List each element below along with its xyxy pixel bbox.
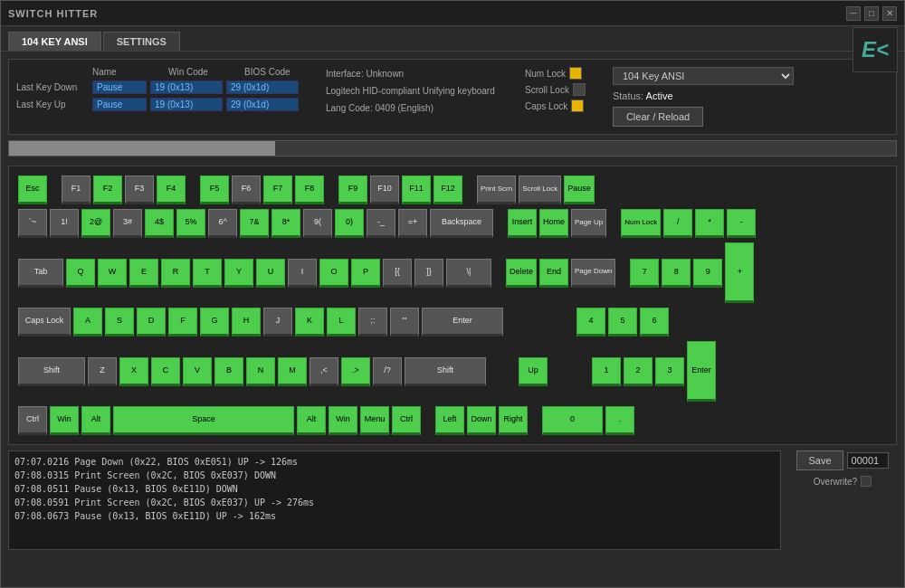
- key-f2[interactable]: F2: [93, 175, 122, 204]
- key-minus[interactable]: -_: [367, 209, 395, 238]
- key-num2[interactable]: 2: [624, 357, 653, 386]
- key-esc[interactable]: Esc: [18, 175, 47, 204]
- key-f1[interactable]: F1: [62, 175, 90, 204]
- key-backslash[interactable]: \|: [446, 259, 491, 288]
- key-d[interactable]: D: [137, 308, 166, 337]
- key-9[interactable]: 9(: [303, 209, 332, 238]
- key-pause[interactable]: Pause: [564, 175, 595, 204]
- key-end[interactable]: End: [539, 259, 568, 288]
- key-backtick[interactable]: `~: [18, 209, 47, 238]
- key-c[interactable]: C: [151, 357, 180, 386]
- key-num0[interactable]: 0: [542, 406, 603, 435]
- save-button[interactable]: Save: [796, 450, 843, 470]
- key-scroll[interactable]: Scroll Lock: [519, 175, 561, 204]
- key-s[interactable]: S: [105, 308, 134, 337]
- key-num4[interactable]: 4: [576, 308, 605, 337]
- key-2[interactable]: 2@: [81, 209, 110, 238]
- key-ralt[interactable]: Alt: [297, 406, 326, 435]
- key-f8[interactable]: F8: [295, 175, 324, 204]
- key-x[interactable]: X: [119, 357, 148, 386]
- key-q[interactable]: Q: [66, 259, 95, 288]
- tab-104key[interactable]: 104 KEY ANSI: [8, 32, 101, 51]
- key-b[interactable]: B: [214, 357, 243, 386]
- key-lalt[interactable]: Alt: [81, 406, 110, 435]
- key-3[interactable]: 3#: [113, 209, 142, 238]
- key-quote[interactable]: '": [390, 308, 419, 337]
- key-l[interactable]: L: [327, 308, 356, 337]
- key-print[interactable]: Print Scrn: [477, 175, 516, 204]
- key-num8[interactable]: 8: [662, 259, 691, 288]
- key-rctrl[interactable]: Ctrl: [392, 406, 421, 435]
- key-num-plus[interactable]: +: [725, 242, 754, 303]
- key-a[interactable]: A: [73, 308, 102, 337]
- maximize-button[interactable]: □: [864, 6, 879, 21]
- clear-reload-button[interactable]: Clear / Reload: [613, 107, 703, 127]
- key-y[interactable]: Y: [224, 259, 253, 288]
- key-t[interactable]: T: [193, 259, 222, 288]
- key-lctrl[interactable]: Ctrl: [18, 406, 47, 435]
- key-menu[interactable]: Menu: [360, 406, 389, 435]
- key-lshift[interactable]: Shift: [18, 357, 85, 386]
- key-num9[interactable]: 9: [693, 259, 722, 288]
- key-equals[interactable]: =+: [398, 209, 427, 238]
- key-f9[interactable]: F9: [338, 175, 367, 204]
- key-r[interactable]: R: [161, 259, 190, 288]
- key-4[interactable]: 4$: [145, 209, 174, 238]
- key-0[interactable]: 0): [335, 209, 364, 238]
- key-numdot[interactable]: .: [605, 406, 634, 435]
- key-enter[interactable]: Enter: [422, 308, 503, 337]
- key-lbracket[interactable]: [{: [383, 259, 412, 288]
- key-num-minus[interactable]: -: [727, 209, 756, 238]
- key-num5[interactable]: 5: [608, 308, 637, 337]
- key-num6[interactable]: 6: [640, 308, 669, 337]
- key-f5[interactable]: F5: [200, 175, 229, 204]
- key-5[interactable]: 5%: [176, 209, 205, 238]
- key-semicolon[interactable]: ;:: [358, 308, 387, 337]
- key-capslock[interactable]: Caps Lock: [18, 308, 71, 337]
- key-f4[interactable]: F4: [157, 175, 186, 204]
- log-area[interactable]: 07:07.0216 Page Down (0x22, BIOS 0xE051)…: [8, 450, 781, 550]
- key-num7[interactable]: 7: [630, 259, 659, 288]
- key-num-star[interactable]: *: [695, 209, 724, 238]
- key-n[interactable]: N: [246, 357, 275, 386]
- key-rbracket[interactable]: ]}: [414, 259, 443, 288]
- key-v[interactable]: V: [183, 357, 212, 386]
- key-down[interactable]: Down: [467, 406, 496, 435]
- key-right[interactable]: Right: [499, 406, 528, 435]
- key-i[interactable]: I: [288, 259, 317, 288]
- key-1[interactable]: 1!: [50, 209, 79, 238]
- key-num-slash[interactable]: /: [663, 209, 692, 238]
- key-f7[interactable]: F7: [263, 175, 292, 204]
- key-period[interactable]: .>: [341, 357, 370, 386]
- key-7[interactable]: 7&: [240, 209, 269, 238]
- key-f3[interactable]: F3: [125, 175, 154, 204]
- key-o[interactable]: O: [319, 259, 348, 288]
- key-z[interactable]: Z: [88, 357, 117, 386]
- key-home[interactable]: Home: [539, 209, 568, 238]
- key-delete[interactable]: Delete: [506, 259, 537, 288]
- key-space[interactable]: Space: [113, 406, 294, 435]
- keyboard-select[interactable]: 104 Key ANSI 87 Key TKL 60% Layout: [613, 67, 794, 85]
- key-f12[interactable]: F12: [433, 175, 462, 204]
- key-p[interactable]: P: [351, 259, 380, 288]
- key-j[interactable]: J: [263, 308, 292, 337]
- key-u[interactable]: U: [256, 259, 285, 288]
- key-f[interactable]: F: [168, 308, 197, 337]
- key-f11[interactable]: F11: [402, 175, 431, 204]
- key-f6[interactable]: F6: [232, 175, 261, 204]
- key-m[interactable]: M: [278, 357, 307, 386]
- key-f10[interactable]: F10: [370, 175, 399, 204]
- overwrite-checkbox[interactable]: [861, 476, 872, 487]
- minimize-button[interactable]: ─: [846, 6, 861, 21]
- key-numlock[interactable]: Num Lock: [621, 209, 661, 238]
- key-rwin[interactable]: Win: [329, 406, 357, 435]
- key-insert[interactable]: Insert: [508, 209, 537, 238]
- key-num3[interactable]: 3: [655, 357, 684, 386]
- save-number-input[interactable]: [847, 452, 889, 469]
- close-button[interactable]: ✕: [882, 6, 897, 21]
- key-rshift[interactable]: Shift: [405, 357, 486, 386]
- key-backspace[interactable]: Backspace: [430, 209, 493, 238]
- key-left[interactable]: Left: [435, 406, 464, 435]
- key-up[interactable]: Up: [519, 357, 548, 386]
- key-slash[interactable]: /?: [373, 357, 402, 386]
